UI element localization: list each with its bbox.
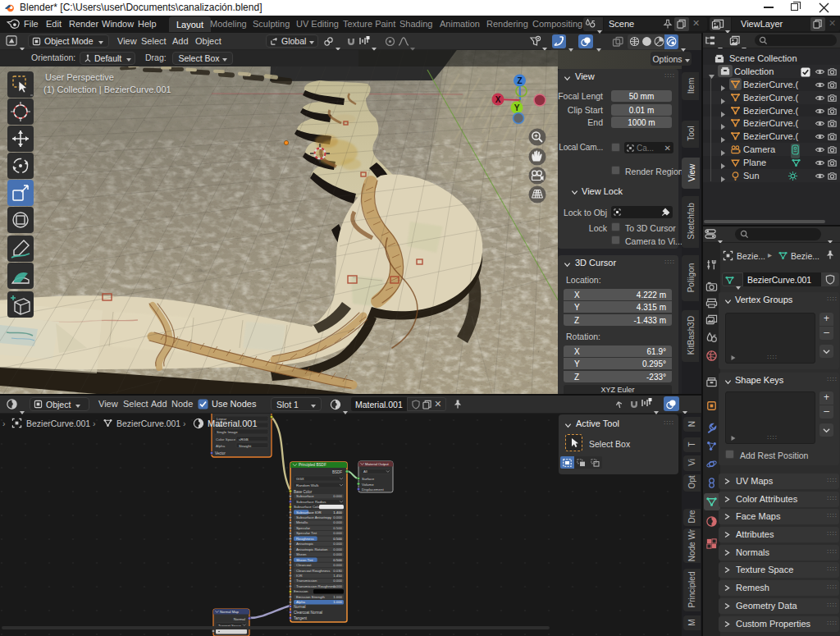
svg-text:0.000: 0.000 (333, 552, 342, 556)
svg-text:X: X (495, 95, 501, 104)
svg-text:1.000: 1.000 (333, 595, 342, 599)
svg-text:Clearcoat Normal: Clearcoat Normal (294, 611, 322, 615)
svg-text:0.000: 0.000 (333, 547, 342, 551)
svg-text:0.000: 0.000 (333, 520, 342, 524)
svg-text:Anisotropic: Anisotropic (296, 542, 314, 546)
svg-text:0.500: 0.500 (333, 537, 342, 541)
svg-text:Transmission Roughness: Transmission Roughness (296, 584, 336, 588)
svg-text:IOR: IOR (296, 574, 303, 578)
svg-text:0.000: 0.000 (333, 579, 342, 583)
svg-text:Base Color: Base Color (294, 490, 313, 494)
svg-text:Vector: Vector (215, 451, 226, 455)
svg-text:0.500: 0.500 (333, 526, 342, 530)
svg-text:Clearcoat Roughness: Clearcoat Roughness (296, 569, 330, 573)
svg-text:Y: Y (514, 103, 520, 112)
svg-text:Principled BSDF: Principled BSDF (299, 463, 326, 467)
svg-text:Alpha: Alpha (216, 444, 226, 448)
svg-text:0.500: 0.500 (333, 558, 342, 562)
svg-text:0.000: 0.000 (333, 531, 342, 535)
svg-text:Emission: Emission (294, 589, 308, 593)
svg-text:Subsurface Color: Subsurface Color (294, 505, 322, 509)
svg-text:0.030: 0.030 (333, 569, 342, 573)
svg-text:Sheen: Sheen (296, 552, 307, 556)
svg-text:Straight: Straight (239, 444, 252, 448)
svg-text:0.000: 0.000 (333, 563, 342, 567)
svg-text:Normal: Normal (234, 617, 245, 621)
svg-text:GGX: GGX (296, 477, 304, 481)
svg-text:All: All (363, 469, 368, 474)
svg-text:0.000: 0.000 (333, 494, 342, 498)
svg-text:Normal Map: Normal Map (220, 610, 239, 614)
svg-text:Specular: Specular (296, 526, 311, 530)
svg-text:Metallic: Metallic (296, 520, 308, 524)
svg-text:1.450: 1.450 (333, 574, 342, 578)
svg-text:Clearcoat: Clearcoat (296, 563, 312, 567)
svg-text:Anisotropic Rotation: Anisotropic Rotation (296, 547, 328, 551)
svg-text:Subsurface IOR: Subsurface IOR (296, 510, 322, 515)
svg-text:Color Space: Color Space (216, 437, 236, 442)
svg-text:Material Output: Material Output (365, 462, 389, 466)
svg-text:Displacement: Displacement (362, 487, 384, 492)
svg-text:Subsurface Radius: Subsurface Radius (296, 500, 326, 504)
svg-text:0.000: 0.000 (333, 515, 342, 519)
svg-text:Random Walk: Random Walk (296, 483, 319, 487)
svg-text:BSDF: BSDF (332, 470, 342, 474)
svg-text:Sheen Tint: Sheen Tint (296, 558, 313, 562)
svg-text:1.400: 1.400 (333, 510, 342, 515)
svg-text:Transmission: Transmission (296, 579, 317, 583)
svg-text:Emission Strength: Emission Strength (296, 595, 325, 599)
svg-text:Subsurface Anisotropy: Subsurface Anisotropy (296, 515, 332, 519)
svg-text:Surface: Surface (362, 477, 375, 481)
svg-text:Subsurface: Subsurface (296, 494, 314, 498)
svg-text:Alpha: Alpha (296, 600, 306, 604)
svg-text:1.000: 1.000 (333, 600, 342, 604)
svg-text:Volume: Volume (362, 483, 374, 487)
svg-text:sRGB: sRGB (239, 437, 249, 442)
svg-text:Roughness: Roughness (296, 537, 314, 541)
svg-text:Specular Tint: Specular Tint (296, 531, 317, 535)
svg-text:Normal: Normal (294, 605, 306, 609)
svg-text:Tangent: Tangent (294, 616, 308, 620)
svg-text:Z: Z (517, 76, 522, 85)
svg-text:0.000: 0.000 (333, 584, 342, 588)
svg-text:0.000: 0.000 (333, 542, 342, 546)
